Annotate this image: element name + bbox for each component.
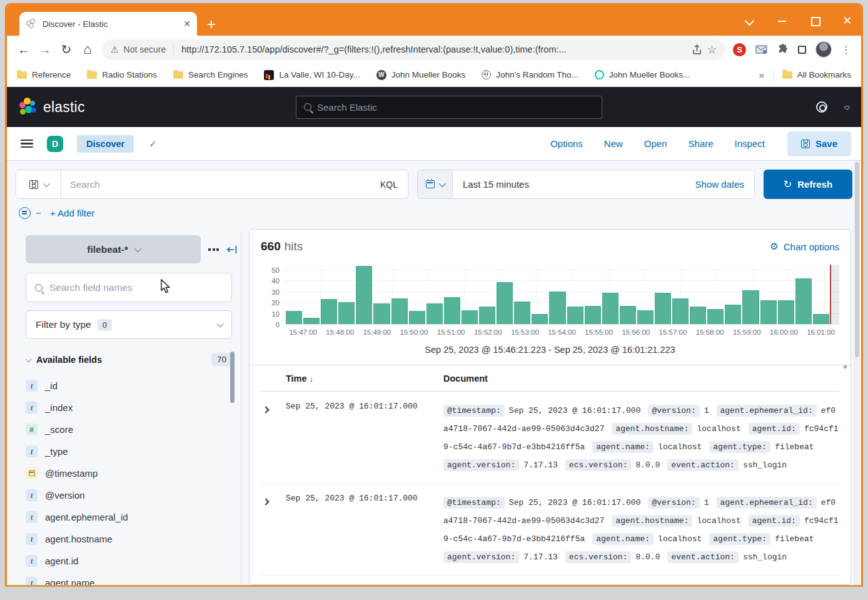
field-settings-icon[interactable] <box>208 248 219 251</box>
histogram-bar[interactable] <box>760 300 777 324</box>
bookmark-star-icon[interactable]: ☆ <box>707 43 717 56</box>
browser-menu-icon[interactable]: ⋮ <box>841 44 851 56</box>
field-item[interactable]: t_index <box>26 397 237 419</box>
new-tab-button[interactable]: + <box>207 17 216 32</box>
histogram-bar[interactable] <box>672 298 689 324</box>
bookmark-item[interactable]: WJohn Mueller Books <box>376 70 466 80</box>
histogram-bar[interactable] <box>742 290 759 324</box>
histogram-bar[interactable] <box>286 311 302 324</box>
kql-label[interactable]: KQL <box>370 180 408 190</box>
histogram-bar[interactable] <box>778 300 794 324</box>
date-quick-menu-button[interactable] <box>418 170 453 198</box>
histogram-bar[interactable] <box>725 305 741 324</box>
field-item[interactable]: tagent.hostname <box>26 528 237 550</box>
window-close-button[interactable]: ✕ <box>842 16 852 26</box>
histogram-bar[interactable] <box>409 311 425 324</box>
space-avatar[interactable]: D <box>47 136 63 152</box>
tab-close-icon[interactable]: ✕ <box>183 19 191 29</box>
toolbar-link-inspect[interactable]: Inspect <box>735 138 765 149</box>
bookmark-item[interactable]: Reference <box>17 70 71 79</box>
histogram-bar[interactable] <box>813 314 829 324</box>
breadcrumb[interactable]: Discover <box>77 135 134 153</box>
histogram-bar[interactable] <box>356 266 372 324</box>
available-fields-header[interactable]: Available fields 70 <box>26 353 232 366</box>
histogram-plot[interactable] <box>285 265 839 325</box>
chart-options-button[interactable]: ⚙ Chart options <box>770 241 839 252</box>
global-search-input[interactable] <box>317 102 594 113</box>
reload-button[interactable]: ↻ <box>56 42 77 57</box>
not-secure-label[interactable]: Not secure <box>124 44 166 54</box>
histogram-bar[interactable] <box>321 299 337 324</box>
toolbar-link-open[interactable]: Open <box>644 138 667 149</box>
bookmark-item[interactable]: La Valle, WI 10-Day... <box>264 70 360 80</box>
query-search-input[interactable] <box>61 179 370 190</box>
field-item[interactable]: t@version <box>26 484 237 506</box>
collapse-sidebar-icon[interactable] <box>226 245 237 255</box>
histogram-bar[interactable] <box>690 307 706 324</box>
forward-button[interactable]: → <box>34 43 56 57</box>
filter-icon[interactable] <box>19 207 31 219</box>
toolbar-link-new[interactable]: New <box>604 138 623 149</box>
field-item[interactable]: @timestamp <box>26 462 237 484</box>
histogram-bar[interactable] <box>795 278 812 324</box>
histogram-bar[interactable] <box>532 314 548 324</box>
global-search[interactable] <box>296 96 602 119</box>
histogram-bar[interactable] <box>567 307 583 324</box>
histogram-bar[interactable] <box>707 309 724 324</box>
toolbar-link-options[interactable]: Options <box>550 138 583 149</box>
histogram-bar[interactable] <box>620 306 636 324</box>
histogram-bar[interactable] <box>338 302 355 324</box>
histogram-bar[interactable] <box>479 307 495 324</box>
announcements-icon[interactable]: ⌔ <box>842 100 850 113</box>
elastic-logo-icon[interactable] <box>18 98 37 116</box>
extension-s-icon[interactable]: S <box>733 43 746 56</box>
time-column-header[interactable]: Time↓ <box>286 374 443 384</box>
field-item[interactable]: t_id <box>26 375 237 397</box>
sort-descending-icon[interactable]: ↓ <box>310 374 314 384</box>
back-button[interactable]: ← <box>13 43 34 57</box>
window-maximize-button[interactable] <box>810 16 820 26</box>
field-item[interactable]: tagent.ephemeral_id <box>26 506 237 528</box>
side-panel-icon[interactable] <box>798 46 806 54</box>
histogram-bar[interactable] <box>655 293 671 324</box>
histogram-bar[interactable] <box>391 298 408 324</box>
field-search[interactable] <box>26 273 232 302</box>
histogram-bar[interactable] <box>373 303 390 324</box>
toolbar-link-share[interactable]: Share <box>689 138 714 149</box>
share-icon[interactable] <box>692 44 702 55</box>
bookmark-item[interactable]: Search Engines <box>173 70 248 79</box>
extensions-puzzle-icon[interactable] <box>777 44 789 55</box>
home-button[interactable]: ⌂ <box>77 41 98 58</box>
table-row[interactable]: Sep 25, 2023 @ 16:01:17.000@timestamp:Se… <box>261 392 839 484</box>
time-range-value[interactable]: Last 15 minutes <box>453 179 529 190</box>
menu-hamburger-icon[interactable] <box>21 140 33 148</box>
window-menu-chevron-icon[interactable] <box>745 16 755 26</box>
histogram-bar[interactable] <box>497 282 513 324</box>
sidebar-scrollbar[interactable] <box>230 352 235 403</box>
histogram-bar[interactable] <box>637 310 654 324</box>
expand-row-button[interactable] <box>261 494 286 566</box>
histogram-bar[interactable] <box>426 303 443 324</box>
histogram-bar[interactable] <box>585 306 601 324</box>
table-row[interactable]: Sep 25, 2023 @ 16:01:17.000@timestamp:Se… <box>261 484 839 576</box>
help-icon[interactable] <box>816 101 827 113</box>
histogram-bar[interactable] <box>602 293 618 324</box>
field-item[interactable]: #_score <box>26 419 237 440</box>
index-pattern-selector[interactable]: filebeat-* <box>26 235 201 263</box>
saved-query-menu-button[interactable] <box>16 170 61 198</box>
breadcrumb-check-icon[interactable]: ✓ <box>149 138 157 150</box>
profile-avatar[interactable] <box>815 41 832 58</box>
histogram-bar[interactable] <box>444 297 460 324</box>
extension-mail-icon[interactable] <box>755 44 768 54</box>
field-item[interactable]: tagent.id <box>26 550 237 572</box>
histogram-bar[interactable] <box>514 302 530 324</box>
url-text[interactable]: http://172.105.7.150/app/discover#/?_g=(… <box>181 44 686 54</box>
expand-row-button[interactable] <box>261 402 286 474</box>
show-dates-button[interactable]: Show dates <box>695 179 754 190</box>
bookmark-item[interactable]: John's Random Tho... <box>482 70 578 79</box>
all-bookmarks-button[interactable]: All Bookmarks <box>782 70 851 79</box>
browser-tab[interactable]: Discover - Elastic ✕ <box>19 12 197 36</box>
bookmark-item[interactable]: Radio Stations <box>87 70 157 79</box>
page-scrollbar[interactable] <box>854 161 860 585</box>
bookmarks-overflow-chevron[interactable]: » <box>759 69 764 80</box>
